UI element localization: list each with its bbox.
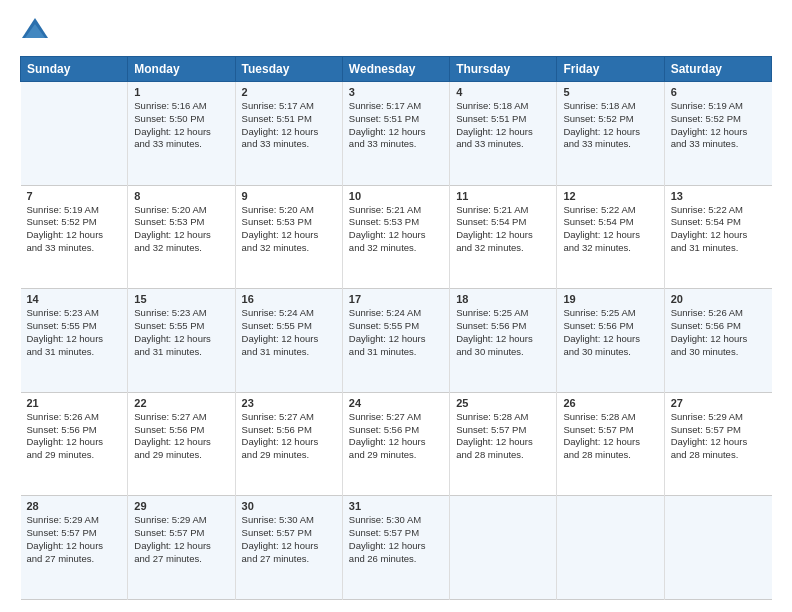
day-cell: 13Sunrise: 5:22 AM Sunset: 5:54 PM Dayli… [664, 185, 771, 289]
day-info: Sunrise: 5:25 AM Sunset: 5:56 PM Dayligh… [563, 307, 657, 358]
day-cell: 23Sunrise: 5:27 AM Sunset: 5:56 PM Dayli… [235, 392, 342, 496]
day-number: 18 [456, 293, 550, 305]
day-info: Sunrise: 5:22 AM Sunset: 5:54 PM Dayligh… [563, 204, 657, 255]
day-cell: 24Sunrise: 5:27 AM Sunset: 5:56 PM Dayli… [342, 392, 449, 496]
day-info: Sunrise: 5:25 AM Sunset: 5:56 PM Dayligh… [456, 307, 550, 358]
day-number: 2 [242, 86, 336, 98]
col-header-saturday: Saturday [664, 57, 771, 82]
col-header-sunday: Sunday [21, 57, 128, 82]
day-info: Sunrise: 5:30 AM Sunset: 5:57 PM Dayligh… [242, 514, 336, 565]
day-info: Sunrise: 5:21 AM Sunset: 5:53 PM Dayligh… [349, 204, 443, 255]
day-number: 25 [456, 397, 550, 409]
day-info: Sunrise: 5:24 AM Sunset: 5:55 PM Dayligh… [242, 307, 336, 358]
day-number: 26 [563, 397, 657, 409]
day-info: Sunrise: 5:16 AM Sunset: 5:50 PM Dayligh… [134, 100, 228, 151]
day-number: 15 [134, 293, 228, 305]
day-cell: 31Sunrise: 5:30 AM Sunset: 5:57 PM Dayli… [342, 496, 449, 600]
day-cell: 9Sunrise: 5:20 AM Sunset: 5:53 PM Daylig… [235, 185, 342, 289]
day-cell: 22Sunrise: 5:27 AM Sunset: 5:56 PM Dayli… [128, 392, 235, 496]
col-header-thursday: Thursday [450, 57, 557, 82]
day-number: 9 [242, 190, 336, 202]
page: SundayMondayTuesdayWednesdayThursdayFrid… [0, 0, 792, 612]
logo-icon [20, 16, 50, 46]
day-number: 24 [349, 397, 443, 409]
day-number: 16 [242, 293, 336, 305]
day-cell: 5Sunrise: 5:18 AM Sunset: 5:52 PM Daylig… [557, 82, 664, 186]
col-header-friday: Friday [557, 57, 664, 82]
day-cell: 19Sunrise: 5:25 AM Sunset: 5:56 PM Dayli… [557, 289, 664, 393]
day-cell: 1Sunrise: 5:16 AM Sunset: 5:50 PM Daylig… [128, 82, 235, 186]
day-number: 14 [27, 293, 122, 305]
day-cell: 11Sunrise: 5:21 AM Sunset: 5:54 PM Dayli… [450, 185, 557, 289]
day-info: Sunrise: 5:20 AM Sunset: 5:53 PM Dayligh… [134, 204, 228, 255]
day-info: Sunrise: 5:17 AM Sunset: 5:51 PM Dayligh… [349, 100, 443, 151]
day-cell: 20Sunrise: 5:26 AM Sunset: 5:56 PM Dayli… [664, 289, 771, 393]
day-cell: 21Sunrise: 5:26 AM Sunset: 5:56 PM Dayli… [21, 392, 128, 496]
day-number: 23 [242, 397, 336, 409]
day-cell: 29Sunrise: 5:29 AM Sunset: 5:57 PM Dayli… [128, 496, 235, 600]
day-number: 17 [349, 293, 443, 305]
day-number: 21 [27, 397, 122, 409]
day-number: 28 [27, 500, 122, 512]
day-info: Sunrise: 5:27 AM Sunset: 5:56 PM Dayligh… [242, 411, 336, 462]
day-cell: 3Sunrise: 5:17 AM Sunset: 5:51 PM Daylig… [342, 82, 449, 186]
day-number: 4 [456, 86, 550, 98]
day-number: 19 [563, 293, 657, 305]
day-info: Sunrise: 5:27 AM Sunset: 5:56 PM Dayligh… [134, 411, 228, 462]
calendar-table: SundayMondayTuesdayWednesdayThursdayFrid… [20, 56, 772, 600]
day-number: 11 [456, 190, 550, 202]
day-cell: 16Sunrise: 5:24 AM Sunset: 5:55 PM Dayli… [235, 289, 342, 393]
day-number: 10 [349, 190, 443, 202]
day-cell: 7Sunrise: 5:19 AM Sunset: 5:52 PM Daylig… [21, 185, 128, 289]
day-number: 31 [349, 500, 443, 512]
day-number: 20 [671, 293, 766, 305]
day-cell [557, 496, 664, 600]
day-cell [450, 496, 557, 600]
day-info: Sunrise: 5:17 AM Sunset: 5:51 PM Dayligh… [242, 100, 336, 151]
day-cell [21, 82, 128, 186]
day-info: Sunrise: 5:29 AM Sunset: 5:57 PM Dayligh… [27, 514, 122, 565]
day-info: Sunrise: 5:30 AM Sunset: 5:57 PM Dayligh… [349, 514, 443, 565]
week-row-4: 21Sunrise: 5:26 AM Sunset: 5:56 PM Dayli… [21, 392, 772, 496]
day-info: Sunrise: 5:23 AM Sunset: 5:55 PM Dayligh… [27, 307, 122, 358]
day-cell: 26Sunrise: 5:28 AM Sunset: 5:57 PM Dayli… [557, 392, 664, 496]
day-info: Sunrise: 5:19 AM Sunset: 5:52 PM Dayligh… [671, 100, 766, 151]
day-info: Sunrise: 5:27 AM Sunset: 5:56 PM Dayligh… [349, 411, 443, 462]
week-row-1: 1Sunrise: 5:16 AM Sunset: 5:50 PM Daylig… [21, 82, 772, 186]
day-cell: 17Sunrise: 5:24 AM Sunset: 5:55 PM Dayli… [342, 289, 449, 393]
day-info: Sunrise: 5:28 AM Sunset: 5:57 PM Dayligh… [456, 411, 550, 462]
day-cell: 30Sunrise: 5:30 AM Sunset: 5:57 PM Dayli… [235, 496, 342, 600]
day-info: Sunrise: 5:26 AM Sunset: 5:56 PM Dayligh… [671, 307, 766, 358]
logo [20, 16, 54, 46]
day-number: 3 [349, 86, 443, 98]
day-number: 5 [563, 86, 657, 98]
day-cell [664, 496, 771, 600]
day-info: Sunrise: 5:26 AM Sunset: 5:56 PM Dayligh… [27, 411, 122, 462]
day-cell: 8Sunrise: 5:20 AM Sunset: 5:53 PM Daylig… [128, 185, 235, 289]
day-info: Sunrise: 5:21 AM Sunset: 5:54 PM Dayligh… [456, 204, 550, 255]
day-info: Sunrise: 5:18 AM Sunset: 5:52 PM Dayligh… [563, 100, 657, 151]
day-cell: 18Sunrise: 5:25 AM Sunset: 5:56 PM Dayli… [450, 289, 557, 393]
day-cell: 6Sunrise: 5:19 AM Sunset: 5:52 PM Daylig… [664, 82, 771, 186]
day-info: Sunrise: 5:29 AM Sunset: 5:57 PM Dayligh… [134, 514, 228, 565]
day-cell: 4Sunrise: 5:18 AM Sunset: 5:51 PM Daylig… [450, 82, 557, 186]
col-header-wednesday: Wednesday [342, 57, 449, 82]
day-cell: 10Sunrise: 5:21 AM Sunset: 5:53 PM Dayli… [342, 185, 449, 289]
day-cell: 15Sunrise: 5:23 AM Sunset: 5:55 PM Dayli… [128, 289, 235, 393]
day-number: 6 [671, 86, 766, 98]
week-row-3: 14Sunrise: 5:23 AM Sunset: 5:55 PM Dayli… [21, 289, 772, 393]
day-cell: 12Sunrise: 5:22 AM Sunset: 5:54 PM Dayli… [557, 185, 664, 289]
header-row: SundayMondayTuesdayWednesdayThursdayFrid… [21, 57, 772, 82]
day-cell: 27Sunrise: 5:29 AM Sunset: 5:57 PM Dayli… [664, 392, 771, 496]
day-number: 1 [134, 86, 228, 98]
day-cell: 14Sunrise: 5:23 AM Sunset: 5:55 PM Dayli… [21, 289, 128, 393]
day-info: Sunrise: 5:19 AM Sunset: 5:52 PM Dayligh… [27, 204, 122, 255]
col-header-tuesday: Tuesday [235, 57, 342, 82]
week-row-2: 7Sunrise: 5:19 AM Sunset: 5:52 PM Daylig… [21, 185, 772, 289]
day-info: Sunrise: 5:20 AM Sunset: 5:53 PM Dayligh… [242, 204, 336, 255]
week-row-5: 28Sunrise: 5:29 AM Sunset: 5:57 PM Dayli… [21, 496, 772, 600]
day-number: 12 [563, 190, 657, 202]
day-number: 29 [134, 500, 228, 512]
day-cell: 25Sunrise: 5:28 AM Sunset: 5:57 PM Dayli… [450, 392, 557, 496]
header [20, 16, 772, 46]
